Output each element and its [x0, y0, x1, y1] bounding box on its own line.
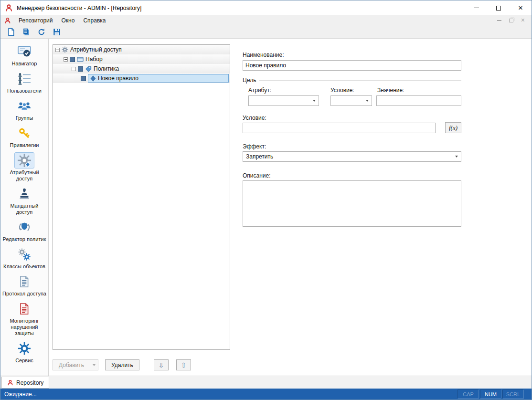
sidebar-item-label: Протокол доступа: [2, 291, 46, 297]
add-button[interactable]: Добавить: [53, 359, 90, 370]
minimize-icon: [474, 8, 479, 8]
target-group-header: Цель: [243, 77, 461, 84]
checkbox-checked[interactable]: [78, 66, 83, 72]
tree-actions: Добавить Удалить ⇩ ⇧: [53, 359, 191, 370]
tree-node-set[interactable]: Набор: [53, 54, 230, 64]
mdi-restore-icon[interactable]: [509, 19, 513, 22]
content-area: Атрибутный доступ Набор: [49, 39, 532, 376]
mdi-close-icon[interactable]: [521, 17, 525, 24]
menu-repository[interactable]: Репозиторий: [14, 15, 57, 25]
tree-node-label: Набор: [85, 56, 103, 63]
object-classes-icon: [14, 246, 34, 263]
add-dropdown-button[interactable]: [90, 359, 98, 370]
sidebar-item-groups[interactable]: Группы: [1, 98, 47, 121]
refresh-button[interactable]: [35, 26, 48, 38]
sidebar-item-label: Мониторинг нарушений защиты: [1, 318, 47, 337]
sidebar-item-access-log[interactable]: Протокол доступа: [1, 274, 47, 297]
condition-label: Условие:: [243, 115, 266, 121]
fx-button[interactable]: f(x): [445, 122, 461, 133]
sidebar-item-privileges[interactable]: Привилегии: [1, 125, 47, 148]
sidebar-item-navigator[interactable]: Навигатор: [1, 43, 47, 67]
sidebar-item-label: Атрибутный доступ: [1, 169, 47, 182]
num-lock-indicator: NUM: [480, 389, 501, 399]
effect-select-value: Запретить: [246, 153, 455, 160]
name-input[interactable]: [243, 60, 461, 71]
caps-lock-indicator: CAP: [458, 389, 479, 399]
menu-window[interactable]: Окно: [57, 15, 79, 25]
condition-column-label: Условие:: [330, 87, 354, 94]
mdi-minimize-icon[interactable]: [497, 20, 501, 21]
chevron-down-icon: [313, 100, 316, 102]
sidebar-item-label: Привилегии: [10, 142, 39, 148]
collapse-icon[interactable]: [55, 48, 60, 52]
titlebar: Менеджер безопасности - ADMIN - [Reposit…: [0, 0, 532, 15]
keyboard-indicators: CAP NUM SCRL: [458, 389, 532, 399]
set-box-icon: [77, 56, 84, 63]
sidebar-item-label: Навигатор: [12, 61, 37, 67]
description-textarea[interactable]: [243, 180, 461, 227]
tree-node-policy[interactable]: Политика: [53, 64, 230, 74]
new-button[interactable]: [4, 26, 18, 38]
close-button[interactable]: [510, 0, 532, 15]
tab-label: Repository: [16, 379, 43, 386]
sidebar-item-violations-monitor[interactable]: Мониторинг нарушений защиты: [1, 301, 47, 337]
collapse-icon[interactable]: [72, 67, 76, 71]
statusbar: Ожидание... CAP NUM SCRL: [0, 389, 532, 400]
sidebar-item-mandatory-access[interactable]: Мандатный доступ: [1, 186, 47, 215]
save-icon: [53, 28, 61, 36]
chevron-down-icon: [93, 364, 96, 366]
service-gear-icon: [14, 340, 34, 357]
rule-form: Наименование: Цель Атрибут: Условие: Зна…: [243, 39, 461, 349]
maximize-button[interactable]: [488, 0, 510, 15]
status-text: Ожидание...: [4, 391, 37, 398]
sidebar-item-service[interactable]: Сервис: [1, 340, 47, 364]
maximize-icon: [496, 6, 501, 11]
users-icon: [14, 71, 34, 87]
sidebar-item-users[interactable]: Пользователи: [1, 71, 47, 94]
delete-button[interactable]: Удалить: [105, 359, 139, 370]
sidebar-item-label: Классы объектов: [3, 263, 45, 270]
checkbox-checked[interactable]: [81, 76, 86, 81]
effect-select[interactable]: Запретить: [243, 151, 461, 162]
move-up-button[interactable]: ⇧: [176, 359, 191, 370]
effect-label: Эффект:: [243, 143, 266, 150]
attribute-select[interactable]: [248, 95, 319, 106]
system-menu-icon[interactable]: [4, 17, 11, 24]
violations-monitor-icon: [14, 301, 34, 317]
repository-icon: [7, 379, 13, 386]
move-down-icon: ⇩: [159, 362, 164, 368]
checkbox-checked[interactable]: [70, 57, 75, 62]
value-input[interactable]: [376, 95, 461, 106]
tree-node-new-rule[interactable]: Новое правило: [53, 74, 230, 83]
sidebar-item-label: Сервис: [15, 358, 33, 364]
attribute-label: Атрибут:: [248, 87, 271, 94]
save-button[interactable]: [50, 26, 64, 38]
tab-repository[interactable]: Repository: [1, 377, 49, 389]
target-group-title: Цель: [243, 77, 256, 84]
name-label: Наименование:: [243, 52, 284, 58]
close-icon: [518, 4, 523, 12]
move-down-button[interactable]: ⇩: [154, 359, 169, 370]
access-log-icon: [14, 274, 34, 290]
sidebar-item-attribute-access[interactable]: Атрибутный доступ: [1, 152, 47, 182]
chevron-down-icon: [366, 100, 369, 102]
condition-input[interactable]: [243, 123, 436, 133]
gear-icon: [62, 46, 68, 53]
stamp-icon: [14, 186, 34, 202]
new-document-icon: [7, 28, 15, 36]
tree-node-attribute-access[interactable]: Атрибутный доступ: [53, 45, 230, 54]
condition-select[interactable]: [330, 95, 372, 106]
sidebar-item-policy-editor[interactable]: Редактор политик: [1, 219, 47, 242]
menu-help[interactable]: Справка: [79, 15, 110, 25]
sidebar-item-label: Пользователи: [7, 88, 42, 94]
key-icon: [14, 125, 34, 141]
sidebar: Навигатор Пользователи: [0, 39, 49, 376]
collapse-icon[interactable]: [64, 57, 68, 62]
scroll-lock-indicator: SCRL: [502, 389, 524, 399]
open-button[interactable]: [20, 26, 33, 38]
toolbar: [0, 25, 532, 39]
sidebar-item-object-classes[interactable]: Классы объектов: [1, 246, 47, 270]
minimize-button[interactable]: [466, 0, 488, 15]
sidebar-item-label: Группы: [16, 115, 33, 121]
tree-selection[interactable]: Новое правило: [88, 74, 229, 83]
